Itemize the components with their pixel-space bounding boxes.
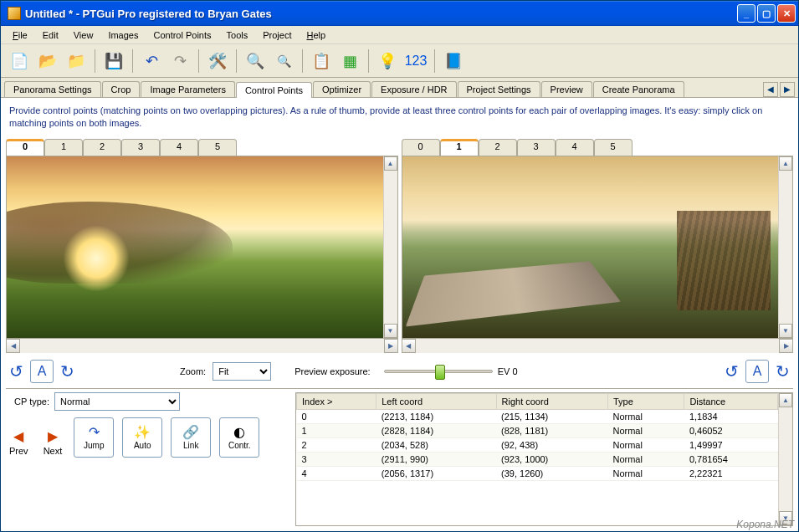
copy-icon[interactable]: 📋 xyxy=(308,47,335,75)
menu-images[interactable]: Images xyxy=(101,28,145,42)
right-scrollbar-v[interactable]: ▲ ▼ xyxy=(778,156,792,338)
rotate-cw-right-button[interactable]: ↻ xyxy=(776,361,790,381)
image-tab-2[interactable]: 2 xyxy=(83,139,121,156)
image-tab-2[interactable]: 2 xyxy=(479,139,517,156)
scroll-left-icon[interactable]: ◀ xyxy=(6,339,20,353)
image-tab-3[interactable]: 3 xyxy=(517,139,556,156)
tools-icon[interactable]: 🛠️ xyxy=(204,47,231,75)
column-header[interactable]: Right coord xyxy=(496,393,607,409)
arrow-right-icon: ▶ xyxy=(48,428,58,444)
table-scrollbar-v[interactable]: ▲ ▼ xyxy=(778,393,792,525)
zoom-in-icon[interactable]: 🔍 xyxy=(242,47,269,75)
help-icon[interactable]: 📘 xyxy=(440,47,467,75)
scroll-up-icon[interactable]: ▲ xyxy=(779,156,792,171)
rotate-ccw-left-button[interactable]: ↺ xyxy=(9,361,23,381)
zoom-select[interactable]: Fit xyxy=(213,362,271,381)
table-row[interactable]: 3(2911, 990)(923, 1000)Normal0,781654 xyxy=(297,452,778,466)
column-header[interactable]: Left coord xyxy=(376,393,496,409)
image-tab-1[interactable]: 1 xyxy=(440,139,479,156)
column-header[interactable]: Index > xyxy=(297,393,376,409)
control-points-table[interactable]: Index >Left coordRight coordTypeDistance… xyxy=(296,393,778,525)
undo-icon[interactable]: ↶ xyxy=(138,47,165,75)
menu-edit[interactable]: Edit xyxy=(36,28,65,42)
link-button[interactable]: 🔗 Link xyxy=(171,417,211,458)
app-icon xyxy=(8,7,21,20)
zoom-out-icon[interactable]: 🔍 xyxy=(270,47,297,75)
column-header[interactable]: Distance xyxy=(684,393,778,409)
minimize-button[interactable]: _ xyxy=(737,4,755,23)
right-image-view[interactable] xyxy=(402,156,779,338)
redo-icon[interactable]: ↷ xyxy=(166,47,193,75)
table-row[interactable]: 1(2828, 1184)(828, 1181)Normal0,46052 xyxy=(297,423,778,437)
menu-view[interactable]: View xyxy=(67,28,100,42)
tabs-scroll-left[interactable]: ◀ xyxy=(763,82,778,97)
image-tab-0[interactable]: 0 xyxy=(6,139,44,156)
open-project-icon[interactable]: 📂 xyxy=(34,47,61,75)
toolbar: 📄 📂 📁 💾 ↶ ↷ 🛠️ 🔍 🔍 📋 ▦ 💡 123 📘 xyxy=(1,44,798,78)
prev-button[interactable]: ◀ Prev xyxy=(6,427,32,458)
left-image-view[interactable] xyxy=(7,156,383,338)
numbers-toggle[interactable]: 123 xyxy=(402,47,429,75)
auto-button[interactable]: ✨ Auto xyxy=(122,417,162,458)
image-tab-3[interactable]: 3 xyxy=(121,139,160,156)
tab-exposure-hdr[interactable]: Exposure / HDR xyxy=(371,81,456,97)
tab-optimizer[interactable]: Optimizer xyxy=(313,81,371,97)
tab-preview[interactable]: Preview xyxy=(541,81,592,97)
right-image-tabs: 012345 xyxy=(402,139,794,156)
tab-image-parameters[interactable]: Image Parameters xyxy=(141,81,234,97)
add-images-icon[interactable]: 📁 xyxy=(63,47,90,75)
exposure-slider-thumb[interactable] xyxy=(435,365,445,380)
tab-create-panorama[interactable]: Create Panorama xyxy=(593,81,684,97)
cp-type-select[interactable]: Normal xyxy=(54,392,180,411)
menu-help[interactable]: Help xyxy=(300,28,332,42)
preview-exposure-label: Preview exposure: xyxy=(295,366,371,376)
auto-left-button[interactable]: A xyxy=(30,360,54,383)
tab-control-points[interactable]: Control Points xyxy=(236,82,312,98)
titlebar: Untitled * - PTGui Pro registered to Bry… xyxy=(1,1,798,26)
menu-tools[interactable]: Tools xyxy=(220,28,255,42)
scroll-left-icon[interactable]: ◀ xyxy=(402,339,416,353)
scroll-down-icon[interactable]: ▼ xyxy=(779,511,792,525)
table-row[interactable]: 0(2213, 1184)(215, 1134)Normal1,1834 xyxy=(297,409,778,423)
scroll-up-icon[interactable]: ▲ xyxy=(384,156,397,171)
tab-crop[interactable]: Crop xyxy=(102,81,141,97)
image-tab-4[interactable]: 4 xyxy=(160,139,198,156)
tab-panorama-settings[interactable]: Panorama Settings xyxy=(4,81,101,97)
jump-button[interactable]: ↷ Jump xyxy=(74,417,114,458)
image-tab-5[interactable]: 5 xyxy=(594,139,633,156)
main-tabs: Panorama SettingsCropImage ParametersCon… xyxy=(4,81,763,97)
menu-control-points[interactable]: Control Points xyxy=(146,28,218,42)
scroll-down-icon[interactable]: ▼ xyxy=(384,324,397,338)
rotate-cw-left-button[interactable]: ↻ xyxy=(60,361,74,381)
table-row[interactable]: 4(2056, 1317)(39, 1260)Normal2,22321 xyxy=(297,466,778,480)
table-row[interactable]: 2(2034, 528)(92, 438)Normal1,49997 xyxy=(297,437,778,452)
maximize-button[interactable]: ▢ xyxy=(757,4,776,23)
tabs-scroll-right[interactable]: ▶ xyxy=(780,82,795,97)
column-header[interactable]: Type xyxy=(607,393,684,409)
rotate-ccw-right-button[interactable]: ↺ xyxy=(725,361,739,381)
tab-project-settings[interactable]: Project Settings xyxy=(458,81,540,97)
right-scrollbar-h[interactable]: ◀ ▶ xyxy=(402,339,794,353)
next-button[interactable]: ▶ Next xyxy=(40,427,66,458)
exposure-slider[interactable] xyxy=(384,370,493,373)
close-button[interactable]: ✕ xyxy=(777,4,796,23)
contrast-button[interactable]: ◐ Contr. xyxy=(219,417,259,458)
save-icon[interactable]: 💾 xyxy=(100,47,127,75)
grid-icon[interactable]: ▦ xyxy=(336,47,363,75)
image-tab-1[interactable]: 1 xyxy=(44,139,83,156)
left-scrollbar-h[interactable]: ◀ ▶ xyxy=(6,339,398,353)
scroll-right-icon[interactable]: ▶ xyxy=(384,339,398,353)
new-project-icon[interactable]: 📄 xyxy=(6,47,33,75)
auto-right-button[interactable]: A xyxy=(745,360,769,383)
image-tab-5[interactable]: 5 xyxy=(198,139,237,156)
left-scrollbar-v[interactable]: ▲ ▼ xyxy=(383,156,397,338)
image-tab-0[interactable]: 0 xyxy=(402,139,440,156)
left-image-tabs: 012345 xyxy=(6,139,398,156)
menu-project[interactable]: Project xyxy=(256,28,298,42)
menu-file[interactable]: File xyxy=(6,28,34,42)
scroll-right-icon[interactable]: ▶ xyxy=(779,339,793,353)
scroll-down-icon[interactable]: ▼ xyxy=(779,324,792,338)
scroll-up-icon[interactable]: ▲ xyxy=(779,393,792,407)
image-tab-4[interactable]: 4 xyxy=(556,139,594,156)
hint-icon[interactable]: 💡 xyxy=(374,47,401,75)
